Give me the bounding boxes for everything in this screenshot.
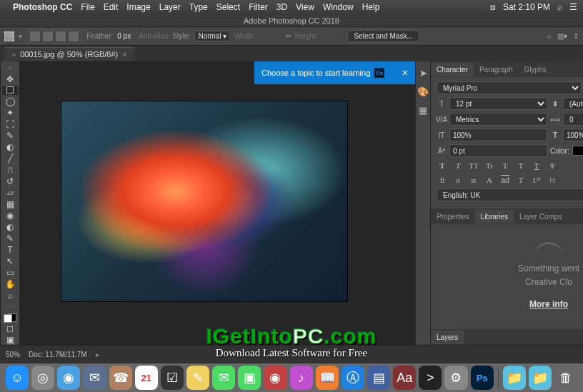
dock-app-mail[interactable]: ✉ <box>83 366 106 390</box>
menubar-dropbox-icon[interactable]: ⧈ <box>490 2 496 12</box>
blur-tool[interactable]: ◉ <box>2 211 18 221</box>
zoom-tool[interactable]: ⌕ <box>2 291 18 301</box>
dock-app-finder[interactable]: ☺ <box>6 366 29 390</box>
dock-app-safari[interactable]: ◉ <box>57 366 80 390</box>
color-panel-icon[interactable]: 🎨 <box>416 84 430 99</box>
gradient-tool[interactable]: ▦ <box>2 199 18 209</box>
feather-value[interactable]: 0 px <box>117 32 134 40</box>
vscale-input[interactable] <box>449 129 547 141</box>
menu-image[interactable]: Image <box>126 2 150 12</box>
dock-app-messages[interactable]: ✉ <box>212 366 235 390</box>
marquee-tool[interactable] <box>2 86 18 95</box>
tab-layer-comps[interactable]: Layer Comps <box>514 210 567 223</box>
dock-app-photobooth[interactable]: ◉ <box>264 366 286 390</box>
search-icon[interactable]: ⌕ <box>547 32 552 40</box>
lasso-tool[interactable]: ◯ <box>2 96 18 106</box>
dock-app-dictionary[interactable]: Aa <box>393 366 416 390</box>
zoom-level[interactable]: 50% <box>6 351 20 358</box>
healing-tool[interactable]: ◐ <box>2 142 18 152</box>
superscript-button[interactable]: T <box>499 160 511 171</box>
tab-glyphs[interactable]: Glyphs <box>519 63 552 76</box>
ot-titling-button[interactable]: T <box>515 174 527 186</box>
dock-app-terminal[interactable]: > <box>419 366 442 390</box>
selection-add-icon[interactable] <box>43 31 53 41</box>
tab-libraries[interactable]: Libraries <box>475 210 514 223</box>
menu-layer[interactable]: Layer <box>159 2 181 12</box>
doc-size[interactable]: Doc: 11.7M/11.7M <box>29 351 87 358</box>
quick-mask-icon[interactable]: ◻ <box>2 323 18 333</box>
document-tab[interactable]: » 00015.jpg @ 50% (RGB/8#) × <box>4 47 134 61</box>
clone-tool[interactable]: ⎍ <box>2 165 18 175</box>
selection-intersect-icon[interactable] <box>69 31 79 41</box>
allcaps-button[interactable]: TT <box>468 160 479 171</box>
close-icon[interactable]: × <box>402 67 408 79</box>
menubar-search-icon[interactable]: ⌕ <box>557 2 562 12</box>
subscript-button[interactable]: T <box>515 160 527 171</box>
app-name[interactable]: Photoshop CC <box>13 2 72 12</box>
baseline-input[interactable] <box>449 144 547 157</box>
dock-app-preview[interactable]: ▤ <box>367 366 390 390</box>
color-swatches[interactable] <box>4 314 16 322</box>
kerning-dropdown[interactable]: Metrics <box>449 113 547 126</box>
canvas-image[interactable] <box>61 101 347 301</box>
ot-fractions-button[interactable]: ½ <box>547 174 558 186</box>
ot-contextual-button[interactable]: σ <box>452 174 464 186</box>
dock-app-contacts[interactable]: ☎ <box>109 366 132 390</box>
canvas-area[interactable]: Choose a topic to start learning Ps × <box>20 61 415 345</box>
dock-app-facetime[interactable]: ▣ <box>238 366 261 390</box>
dock-app-notes[interactable]: ✎ <box>186 366 209 390</box>
hand-tool[interactable]: ✋ <box>2 279 18 289</box>
menu-3d[interactable]: 3D <box>276 2 287 12</box>
leading-dropdown[interactable]: (Auto) <box>563 97 583 110</box>
learn-panel-icon[interactable]: ➤ <box>416 66 430 80</box>
tab-properties[interactable]: Properties <box>431 210 475 223</box>
font-size-dropdown[interactable]: 12 pt <box>449 97 547 110</box>
magic-wand-tool[interactable]: ✦ <box>2 108 18 118</box>
swatches-panel-icon[interactable]: ▦ <box>416 103 430 117</box>
menu-file[interactable]: File <box>81 2 94 12</box>
rectangle-tool[interactable]: ▭ <box>2 268 18 278</box>
eyedropper-tool[interactable]: ✎ <box>2 131 18 141</box>
type-tool[interactable]: T <box>2 245 18 255</box>
italic-button[interactable]: T <box>452 160 464 171</box>
dock-app-calendar[interactable]: 21 <box>135 366 158 390</box>
dock-app-prefs[interactable]: ⚙ <box>444 366 467 390</box>
ot-ligatures-button[interactable]: fi <box>437 174 448 186</box>
tracking-dropdown[interactable]: 0 <box>563 113 583 126</box>
close-icon[interactable]: × <box>122 50 126 59</box>
menu-edit[interactable]: Edit <box>104 2 119 12</box>
dock-app-reminders[interactable]: ☑ <box>161 366 184 390</box>
underline-button[interactable]: T <box>531 160 542 171</box>
menu-help[interactable]: Help <box>362 2 380 12</box>
bold-button[interactable]: T <box>437 160 448 171</box>
dock-app-appstore[interactable]: Ⓐ <box>342 366 364 390</box>
crop-tool[interactable]: ⛶ <box>2 119 18 129</box>
style-dropdown[interactable]: Normal ▾ <box>194 31 230 41</box>
path-tool[interactable]: ↖ <box>2 256 18 266</box>
tab-layers[interactable]: Layers <box>431 331 464 344</box>
brush-tool[interactable]: ╱ <box>2 154 18 164</box>
select-and-mask-button[interactable]: Select and Mask... <box>347 30 419 42</box>
language-dropdown[interactable]: English: UK <box>437 189 583 201</box>
ot-discretionary-button[interactable]: st <box>468 174 479 186</box>
menu-filter[interactable]: Filter <box>249 2 268 12</box>
smallcaps-button[interactable]: Tr <box>484 160 495 171</box>
ot-ordinals-button[interactable]: 1ˢᵗ <box>531 174 542 186</box>
menu-type[interactable]: Type <box>189 2 208 12</box>
dodge-tool[interactable]: ◐ <box>2 222 18 232</box>
dock-app-launchpad[interactable]: ◎ <box>31 366 54 390</box>
history-brush-tool[interactable]: ↺ <box>2 176 18 186</box>
selection-subtract-icon[interactable] <box>56 31 66 41</box>
ot-stylistic-button[interactable]: ad <box>499 174 511 186</box>
tab-character[interactable]: Character <box>431 63 474 76</box>
dock-app-itunes[interactable]: ♪ <box>290 366 313 390</box>
text-color-swatch[interactable] <box>572 146 583 156</box>
font-family-dropdown[interactable]: Myriad Pro <box>437 81 582 94</box>
share-icon[interactable]: ⇪ <box>573 32 579 40</box>
menu-view[interactable]: View <box>296 2 314 12</box>
more-info-link[interactable]: More info <box>438 298 583 311</box>
menu-select[interactable]: Select <box>216 2 240 12</box>
menu-window[interactable]: Window <box>323 2 354 12</box>
hscale-input[interactable] <box>563 129 583 141</box>
selection-new-icon[interactable] <box>30 31 40 41</box>
